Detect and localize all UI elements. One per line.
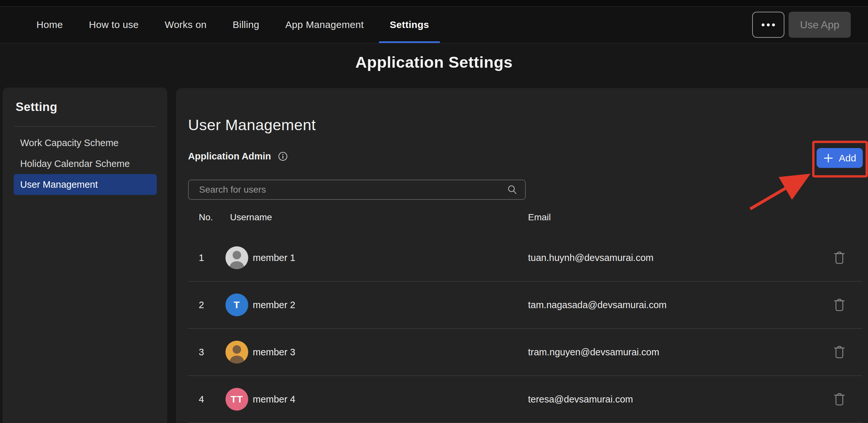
column-header-username: Username [225, 212, 528, 222]
plus-icon [823, 153, 834, 163]
nav-tab-label: Home [36, 19, 63, 30]
username-text: member 3 [253, 347, 296, 358]
row-number: 4 [188, 394, 225, 405]
user-search [188, 180, 526, 200]
search-input[interactable] [189, 180, 507, 199]
delete-user-button[interactable] [832, 391, 846, 407]
row-number: 3 [188, 347, 225, 358]
sidebar-menu-item-label: Holiday Calendar Scheme [20, 158, 130, 169]
avatar: T [225, 294, 248, 316]
nav-tab-label: Billing [232, 19, 259, 30]
use-app-button[interactable]: Use App [788, 12, 851, 38]
admin-users-table: No. Username Email 1 [176, 209, 868, 423]
nav-tab[interactable]: Billing [222, 6, 270, 43]
row-number: 1 [188, 252, 225, 263]
trash-icon [834, 298, 845, 311]
nav-tab-label: How to use [89, 19, 138, 30]
delete-user-button[interactable] [832, 297, 846, 313]
add-button-label: Add [839, 153, 856, 164]
trash-icon [834, 251, 845, 264]
ellipsis-icon [772, 24, 775, 26]
row-number: 2 [188, 300, 225, 310]
sidebar-menu-item-label: User Management [20, 179, 98, 190]
email-text: teresa@devsamurai.com [528, 394, 826, 405]
column-header-no: No. [188, 212, 225, 222]
nav-tab[interactable]: Works on [154, 6, 217, 43]
search-icon[interactable] [507, 184, 517, 195]
avatar-initials: T [234, 299, 240, 310]
table-header-row: No. Username Email [188, 209, 862, 226]
panel-heading: User Management [176, 116, 868, 134]
nav-tab[interactable]: Settings [379, 6, 440, 43]
avatar [225, 246, 248, 269]
delete-user-button[interactable] [832, 344, 846, 360]
ellipsis-icon [762, 24, 765, 26]
sidebar-menu-item-label: Work Capacity Scheme [20, 138, 118, 148]
sidebar-menu-item[interactable]: User Management [14, 174, 157, 195]
application-admin-section: Application Admin [188, 150, 868, 162]
username-text: member 2 [253, 300, 296, 310]
table-row: 1 member 1 tuan.huynh@devsamu [188, 234, 862, 281]
app-screen: Home How to use Works on Billing App Man… [0, 0, 868, 423]
avatar [225, 341, 248, 363]
page-title: Application Settings [0, 53, 868, 71]
nav-tab[interactable]: App Management [275, 6, 374, 43]
sidebar-divider [14, 126, 156, 127]
nav-tab-label: App Management [285, 19, 364, 30]
info-icon[interactable] [278, 152, 288, 161]
sidebar-title: Setting [3, 88, 167, 114]
user-management-panel: User Management Application Admin Add [176, 88, 868, 423]
nav-tab-label: Works on [165, 19, 207, 30]
add-user-button[interactable]: Add [816, 148, 863, 168]
column-header-email: Email [528, 212, 826, 222]
username-text: member 1 [253, 252, 296, 263]
sidebar-menu-item[interactable]: Holiday Calendar Scheme [14, 153, 157, 174]
ellipsis-icon [767, 24, 770, 26]
trash-icon [834, 345, 845, 359]
window-top-strip [0, 0, 868, 6]
username-text: member 4 [253, 394, 296, 405]
table-body: 1 member 1 tuan.huynh@devsamu [188, 234, 862, 423]
email-text: tam.nagasada@devsamurai.com [528, 300, 826, 310]
table-row: 2 T member 2 tam.nagasada@devs [188, 281, 862, 329]
email-text: tuan.huynh@devsamurai.com [528, 252, 826, 263]
nav-tab[interactable]: Home [26, 6, 73, 43]
sidebar-menu-item[interactable]: Work Capacity Scheme [14, 132, 157, 153]
person-photo-icon [225, 341, 248, 363]
application-admin-label: Application Admin [188, 151, 271, 162]
nav-tab-label: Settings [390, 19, 429, 30]
avatar: TT [225, 388, 248, 411]
top-navbar: Home How to use Works on Billing App Man… [0, 6, 868, 43]
avatar-initials: TT [231, 394, 243, 405]
sidebar-menu: Work Capacity Scheme Holiday Calendar Sc… [14, 132, 157, 195]
nav-tab[interactable]: How to use [78, 6, 149, 43]
trash-icon [834, 393, 845, 406]
person-photo-icon [225, 246, 248, 269]
email-text: tram.nguyen@devsamurai.com [528, 347, 826, 358]
more-options-button[interactable] [752, 12, 784, 38]
table-row: 4 TT member 4 teresa@devsamura [188, 376, 862, 423]
nav-tabs: Home How to use Works on Billing App Man… [0, 6, 440, 43]
table-row: 3 member 3 tram.nguyen@devsam [188, 329, 862, 376]
nav-right-controls: Use App [752, 6, 868, 43]
settings-sidebar: Setting Work Capacity Scheme Holiday Cal… [3, 88, 167, 423]
delete-user-button[interactable] [832, 250, 846, 266]
